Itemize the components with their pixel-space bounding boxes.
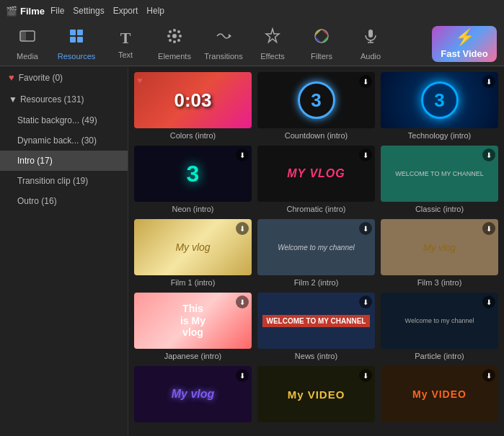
download-icon[interactable]: ⬇: [359, 295, 372, 308]
film1-text: My vlog: [175, 241, 210, 253]
download-icon[interactable]: ⬇: [359, 222, 372, 235]
download-icon[interactable]: ⬇: [236, 148, 249, 161]
sidebar-dynamic[interactable]: Dynamic back... (30): [0, 130, 128, 151]
download-icon[interactable]: ⬇: [359, 148, 372, 161]
thumb-classic[interactable]: ⬇ WELCOME TO MY CHANNEL: [381, 146, 498, 202]
nav-effects[interactable]: Effects: [248, 23, 297, 65]
thumb-technology[interactable]: ⬇ 3: [381, 72, 498, 128]
japanese-text: Thisis Myvlog: [180, 303, 205, 339]
fast-video-label: Fast Video: [441, 48, 488, 59]
film3-text: My vlog: [423, 242, 456, 253]
list-item[interactable]: ⬇ My vlog Film 1 (intro): [134, 219, 252, 287]
list-item[interactable]: ⬇ MY VLOG Chromatic (intro): [257, 146, 375, 213]
download-icon[interactable]: ⬇: [482, 295, 495, 308]
sidebar-transition-clip[interactable]: Transition clip (19): [0, 171, 128, 191]
download-icon[interactable]: ⬇: [359, 75, 372, 88]
content-area: ♥ 0:03 Colors (intro) ⬇ 3 Countdown (int…: [128, 66, 504, 436]
app-logo: 🎬 Filme: [6, 6, 45, 17]
thumb-particle[interactable]: ⬇ Welcome to my channel: [381, 293, 498, 349]
neon-number: 3: [187, 161, 200, 187]
favorite-icon: ♥: [137, 75, 143, 86]
thumb-myvideo2[interactable]: ⬇ My VIDEO: [381, 366, 498, 422]
sidebar-resources-header[interactable]: ▼ Resources (131): [0, 89, 128, 110]
download-icon[interactable]: ⬇: [482, 148, 495, 161]
thumb-label: Technology (intro): [381, 131, 498, 140]
myvideo2-text: My VIDEO: [412, 388, 467, 400]
list-item[interactable]: ⬇ My VIDEO: [257, 366, 375, 425]
menu-bar: File Settings Export Help: [50, 6, 164, 16]
list-item[interactable]: ⬇ 3 Countdown (intro): [257, 72, 375, 140]
download-icon[interactable]: ⬇: [482, 75, 495, 88]
text-icon: T: [120, 29, 131, 48]
svg-point-10: [179, 35, 182, 37]
thumb-film2[interactable]: ⬇ Welcome to my channel: [257, 219, 375, 275]
thumb-myvideo1[interactable]: ⬇ My VIDEO: [257, 366, 375, 422]
sidebar-favorite-label: Favorite (0): [19, 73, 63, 83]
sidebar-outro[interactable]: Outro (16): [0, 191, 128, 211]
elements-icon: [166, 27, 183, 49]
thumb-label: Chromatic (intro): [257, 205, 375, 213]
sidebar-resources-label: Resources (131): [20, 94, 84, 104]
sidebar-static[interactable]: Static backgro... (49): [0, 110, 128, 130]
nav-audio[interactable]: Audio: [346, 23, 395, 65]
list-item[interactable]: ⬇ Thisis Myvlog Japanese (intro): [134, 293, 252, 360]
nav-elements[interactable]: Elements: [150, 23, 199, 65]
chevron-down-icon: ▼: [9, 94, 17, 104]
menu-file[interactable]: File: [50, 6, 64, 16]
svg-rect-1: [20, 31, 26, 41]
thumb-news[interactable]: ⬇ WELCOME TO MY CHANNEL: [257, 293, 375, 349]
thumb-japanese[interactable]: ⬇ Thisis Myvlog: [134, 293, 252, 349]
download-icon[interactable]: ⬇: [236, 222, 249, 235]
menu-settings[interactable]: Settings: [73, 6, 104, 16]
nav-resources[interactable]: Resources: [52, 23, 101, 65]
thumb-myvlog1[interactable]: ⬇ My vlog: [134, 366, 252, 422]
menu-help[interactable]: Help: [146, 6, 164, 16]
sidebar: ♥ Favorite (0) ▼ Resources (131) Static …: [0, 66, 128, 436]
thumb-colors[interactable]: ♥ 0:03: [134, 72, 252, 128]
svg-point-6: [172, 34, 177, 38]
thumb-countdown[interactable]: ⬇ 3: [257, 72, 375, 128]
main-area: ♥ Favorite (0) ▼ Resources (131) Static …: [0, 66, 504, 436]
list-item[interactable]: ⬇ My vlog: [134, 366, 252, 425]
download-icon[interactable]: ⬇: [482, 369, 495, 382]
list-item[interactable]: ⬇ 3 Neon (intro): [134, 146, 252, 213]
effects-icon: [264, 27, 281, 49]
list-item[interactable]: ⬇ My vlog Film 3 (intro): [381, 219, 498, 287]
thumb-chromatic[interactable]: ⬇ MY VLOG: [257, 146, 375, 202]
nav-filters[interactable]: Filters: [297, 23, 346, 65]
nav-text-label: Text: [118, 50, 133, 59]
list-item[interactable]: ⬇ WELCOME TO MY CHANNEL News (intro): [257, 293, 375, 360]
sidebar-favorite[interactable]: ♥ Favorite (0): [0, 66, 128, 89]
download-icon[interactable]: ⬇: [236, 369, 249, 382]
fast-video-button[interactable]: ⚡ Fast Video: [432, 26, 497, 62]
nav-bar: Media Resources T Text: [0, 22, 504, 66]
svg-point-12: [177, 39, 180, 42]
media-icon: [19, 27, 36, 49]
thumb-film1[interactable]: ⬇ My vlog: [134, 219, 252, 275]
sidebar-intro[interactable]: Intro (17): [0, 151, 128, 171]
svg-point-9: [167, 35, 170, 37]
thumb-label: Film 3 (intro): [381, 278, 498, 287]
thumb-neon[interactable]: ⬇ 3: [134, 146, 252, 202]
app-name: Filme: [20, 6, 45, 17]
svg-rect-2: [70, 30, 76, 35]
download-icon[interactable]: ⬇: [482, 222, 495, 235]
list-item[interactable]: ⬇ Welcome to my channel Particle (intro): [381, 293, 498, 360]
nav-media[interactable]: Media: [3, 23, 52, 65]
classic-text: WELCOME TO MY CHANNEL: [392, 167, 487, 180]
list-item[interactable]: ♥ 0:03 Colors (intro): [134, 72, 252, 140]
sidebar-static-label: Static backgro... (49): [17, 115, 97, 125]
nav-transitions[interactable]: Transitions: [199, 23, 248, 65]
download-icon[interactable]: ⬇: [359, 369, 372, 382]
list-item[interactable]: ⬇ My VIDEO: [381, 366, 498, 425]
nav-text[interactable]: T Text: [101, 23, 150, 65]
fast-video-icon: ⚡: [455, 28, 474, 47]
list-item[interactable]: ⬇ Welcome to my channel Film 2 (intro): [257, 219, 375, 287]
download-icon[interactable]: ⬇: [236, 295, 249, 308]
tech-number: 3: [421, 81, 459, 119]
menu-export[interactable]: Export: [113, 6, 138, 16]
list-item[interactable]: ⬇ WELCOME TO MY CHANNEL Classic (intro): [381, 146, 498, 213]
nav-effects-label: Effects: [260, 52, 284, 61]
list-item[interactable]: ⬇ 3 Technology (intro): [381, 72, 498, 140]
thumb-film3[interactable]: ⬇ My vlog: [381, 219, 498, 275]
